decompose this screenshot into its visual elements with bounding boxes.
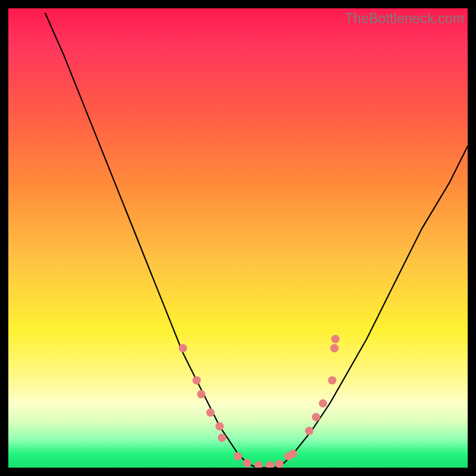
curve-marker [328, 376, 336, 384]
curve-markers [178, 335, 339, 468]
curve-marker [215, 422, 224, 431]
curve-marker [275, 460, 284, 468]
curve-marker [243, 459, 251, 467]
chart-plot-area: TheBottleneck.com [8, 8, 468, 468]
curve-marker [255, 461, 263, 468]
curve-marker [178, 344, 187, 352]
curve-marker [193, 376, 201, 384]
bottleneck-curve [8, 8, 468, 468]
curve-marker [305, 427, 314, 435]
chart-frame: TheBottleneck.com [0, 0, 476, 476]
curve-path [45, 13, 468, 468]
curve-marker [234, 452, 242, 461]
curve-marker [330, 344, 339, 352]
curve-marker [331, 335, 340, 343]
curve-marker [206, 408, 215, 416]
curve-marker [197, 390, 205, 399]
curve-marker [266, 461, 274, 468]
curve-marker [319, 399, 327, 408]
curve-marker [289, 450, 298, 458]
curve-marker [312, 413, 320, 421]
curve-marker [218, 434, 226, 442]
